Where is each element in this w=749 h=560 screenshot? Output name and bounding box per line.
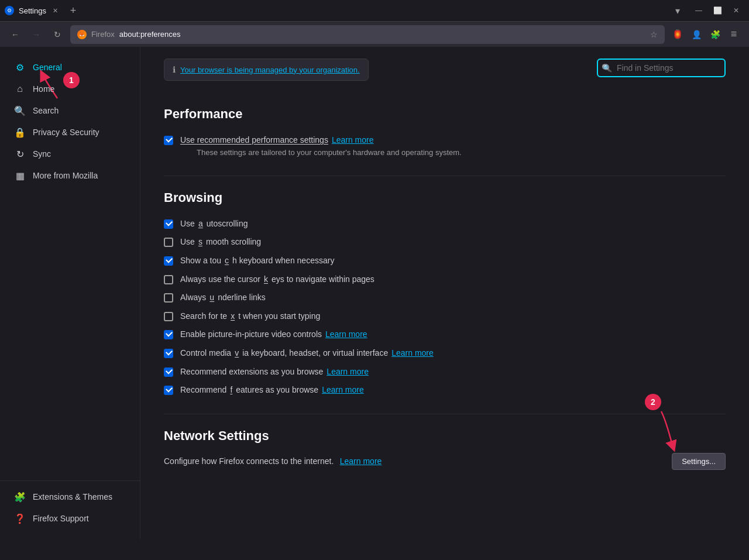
underline-links-label: Always underline links <box>180 292 266 304</box>
arrow-annotation-2 <box>644 406 679 452</box>
search-text-label: Search for text when you start typing <box>180 311 320 322</box>
perf-setting-row: Use recommended performance settings Lea… <box>164 131 726 162</box>
recommended-perf-checkbox-wrapper <box>164 136 173 145</box>
perf-learn-more-link[interactable]: Learn more <box>332 135 374 146</box>
network-row: Configure how Firefox connects to the in… <box>164 453 726 470</box>
recommend-features-row: Recommend features as you browse Learn m… <box>164 381 726 400</box>
extensions-sidebar-icon: 🧩 <box>14 491 26 503</box>
forward-button[interactable]: → <box>28 26 44 43</box>
menu-button[interactable]: ≡ <box>726 26 742 43</box>
recommend-features-label: Recommend features as you browse Learn m… <box>180 384 364 396</box>
sidebar-item-extensions[interactable]: 🧩 Extensions & Themes <box>5 486 135 507</box>
recommend-ext-label: Recommend extensions as you browse Learn… <box>180 366 369 378</box>
perf-description: These settings are tailored to your comp… <box>197 147 462 158</box>
new-tab-button[interactable]: + <box>65 2 81 19</box>
find-search-icon: 🔍 <box>603 64 612 73</box>
address-firefox-label: Firefox <box>91 30 115 39</box>
home-icon: ⌂ <box>14 83 26 95</box>
search-text-checkbox[interactable] <box>164 312 173 321</box>
network-settings-button[interactable]: Settings... <box>672 453 726 470</box>
autoscrolling-row: Use autoscrolling <box>164 215 726 233</box>
recommend-ext-checkbox[interactable] <box>164 367 173 377</box>
tab-list-button[interactable]: ▾ <box>669 2 686 19</box>
smooth-scrolling-label: Use smooth scrolling <box>180 236 261 248</box>
step-badge-2: 2 <box>645 394 661 410</box>
support-icon: ❓ <box>14 513 26 524</box>
performance-title: Performance <box>164 106 726 122</box>
info-icon: ℹ <box>173 65 176 74</box>
managed-banner: ℹ Your browser is being managed by your … <box>164 59 369 81</box>
sidebar-item-extensions-label: Extensions & Themes <box>33 492 112 501</box>
network-description: Configure how Firefox connects to the in… <box>164 456 334 466</box>
tab-label: Settings <box>19 6 46 15</box>
recommend-ext-learn-more-link[interactable]: Learn more <box>327 366 369 378</box>
sidebar-item-support-label: Firefox Support <box>33 514 89 523</box>
smooth-scrolling-checkbox[interactable] <box>164 238 173 247</box>
sidebar-item-search[interactable]: 🔍 Search <box>5 100 135 121</box>
sidebar-item-more[interactable]: ▦ More from Mozilla <box>5 165 135 186</box>
close-button[interactable]: ✕ <box>728 2 744 19</box>
cursor-keys-checkbox[interactable] <box>164 275 173 284</box>
touch-keyboard-label: Show a touch keyboard when necessary <box>180 255 334 267</box>
search-icon: 🔍 <box>14 105 26 116</box>
touch-keyboard-row: Show a touch keyboard when necessary <box>164 252 726 270</box>
title-bar: ⚙ Settings ✕ + ▾ — ⬜ ✕ <box>0 0 749 21</box>
autoscrolling-checkbox[interactable] <box>164 219 173 229</box>
bookmark-star-icon[interactable]: ☆ <box>650 30 658 39</box>
network-learn-more-link[interactable]: Learn more <box>340 456 382 466</box>
search-text-row: Search for text when you start typing <box>164 307 726 326</box>
network-title: Network Settings <box>164 428 726 444</box>
address-bar[interactable]: 🦊 Firefox about:preferences ☆ <box>70 25 665 44</box>
gear-icon: ⚙ <box>14 61 26 73</box>
step-badge-1: 1 <box>63 72 80 88</box>
media-keys-row: Control media via keyboard, headset, or … <box>164 344 726 363</box>
perf-divider <box>164 176 726 176</box>
sidebar-item-general[interactable]: ⚙ General 1 <box>5 57 135 78</box>
sidebar-nav: ⚙ General 1 ⌂ Home <box>0 56 140 480</box>
smooth-scrolling-row: Use smooth scrolling <box>164 233 726 252</box>
find-settings-wrapper: 🔍 <box>597 59 726 77</box>
sidebar-item-more-label: More from Mozilla <box>33 171 98 180</box>
pocket-button[interactable]: 🏮 <box>669 26 686 43</box>
minimize-button[interactable]: — <box>690 2 707 19</box>
media-keys-checkbox[interactable] <box>164 349 173 358</box>
pip-learn-more-link[interactable]: Learn more <box>325 329 367 341</box>
recommended-perf-label: Use recommended performance settings Lea… <box>180 135 462 146</box>
sidebar-item-sync[interactable]: ↻ Sync <box>5 143 135 164</box>
maximize-button[interactable]: ⬜ <box>709 2 726 19</box>
managed-banner-text[interactable]: Your browser is being managed by your or… <box>180 66 360 74</box>
sidebar-item-sync-label: Sync <box>33 149 51 159</box>
underline-links-checkbox[interactable] <box>164 293 173 303</box>
tab-favicon: ⚙ <box>5 6 14 15</box>
refresh-button[interactable]: ↻ <box>49 26 66 43</box>
sidebar-bottom: 🧩 Extensions & Themes ❓ Firefox Support <box>0 480 140 530</box>
extensions-button[interactable]: 🧩 <box>707 26 723 43</box>
back-button[interactable]: ← <box>7 26 23 43</box>
mozilla-icon: ▦ <box>14 170 26 181</box>
browsing-divider <box>164 414 726 414</box>
firefox-favicon: 🦊 <box>77 30 87 39</box>
nav-bar: ← → ↻ 🦊 Firefox about:preferences ☆ 🏮 👤 … <box>0 21 749 47</box>
browsing-title: Browsing <box>164 190 726 205</box>
tab-close-btn[interactable]: ✕ <box>51 6 60 15</box>
find-settings-input[interactable] <box>597 59 726 77</box>
pip-row: Enable picture-in-picture video controls… <box>164 325 726 344</box>
touch-keyboard-checkbox[interactable] <box>164 256 173 266</box>
pip-checkbox[interactable] <box>164 330 173 339</box>
sidebar-item-privacy[interactable]: 🔒 Privacy & Security <box>5 122 135 143</box>
sidebar-item-general-label: General <box>33 63 62 72</box>
recommend-features-learn-more-link[interactable]: Learn more <box>322 384 364 396</box>
underline-links-row: Always underline links <box>164 288 726 307</box>
account-button[interactable]: 👤 <box>688 26 705 43</box>
autoscrolling-label: Use autoscrolling <box>180 218 248 230</box>
media-keys-label: Control media via keyboard, headset, or … <box>180 348 434 359</box>
recommend-ext-row: Recommend extensions as you browse Learn… <box>164 363 726 382</box>
media-keys-learn-more-link[interactable]: Learn more <box>391 348 434 359</box>
recommended-perf-checkbox[interactable] <box>164 136 173 145</box>
address-url: about:preferences <box>119 30 181 39</box>
lock-icon: 🔒 <box>14 126 26 138</box>
recommend-features-checkbox[interactable] <box>164 386 173 395</box>
recommended-perf-text: Use recommended performance settings <box>180 135 328 146</box>
sidebar-item-support[interactable]: ❓ Firefox Support <box>5 508 135 529</box>
cursor-keys-label: Always use the cursor keys to navigate w… <box>180 274 374 286</box>
